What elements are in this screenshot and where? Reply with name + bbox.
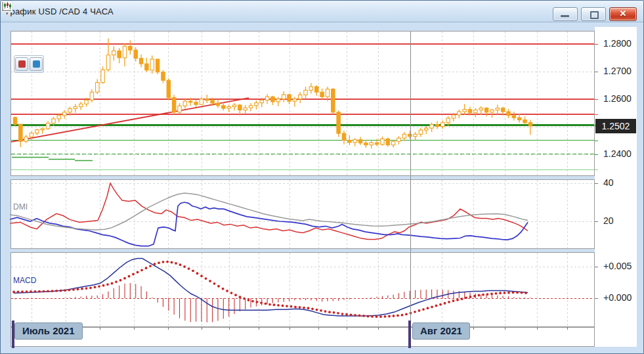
macd-signal-dot (222, 288, 225, 290)
candle (96, 83, 99, 93)
candle (293, 99, 296, 101)
macd-signal-dot (414, 311, 416, 313)
macd-signal-dot (495, 292, 498, 295)
candle (41, 129, 44, 130)
candle (178, 106, 181, 112)
macd-signal-dot (171, 261, 173, 264)
candle (326, 89, 329, 97)
candle (255, 103, 258, 106)
macd-signal-dot (401, 314, 404, 317)
macd-signal-dot (499, 292, 502, 294)
macd-signal-dot (482, 294, 484, 296)
macd-signal-dot (345, 313, 348, 316)
macd-signal-dot (376, 315, 378, 318)
candle (238, 105, 242, 110)
candle (129, 46, 132, 50)
candle (244, 108, 247, 110)
macd-signal-dot (55, 290, 58, 292)
macd-axis-label: +0.005 (603, 261, 632, 271)
candle (282, 95, 285, 99)
macd-signal-dot (504, 292, 506, 294)
macd-signal-dot (94, 286, 97, 288)
macd-signal-dot (196, 272, 199, 275)
macd-signal-dot (111, 282, 114, 284)
candle (446, 118, 450, 123)
restore-button[interactable] (581, 7, 606, 21)
candle (358, 140, 362, 143)
macd-signal-dot (521, 292, 523, 294)
macd-signal-dot (427, 307, 429, 309)
macd-signal-dot (158, 261, 160, 264)
candle (74, 106, 77, 108)
macd-signal-dot (137, 271, 139, 274)
candle (112, 51, 116, 55)
macd-signal-dot (17, 290, 20, 293)
candle (52, 119, 55, 123)
macd-signal-dot (324, 310, 327, 313)
macd-signal-dot (354, 314, 356, 317)
macd-signal-dot (290, 305, 293, 308)
month-marker-bar (408, 321, 411, 348)
macd-signal-dot (478, 294, 481, 297)
title-bar[interactable]: График USD /CAD 4 ЧАСА ✕ (1, 1, 643, 22)
macd-signal-dot (183, 265, 186, 268)
macd-signal-dot (89, 286, 92, 289)
macd-signal-dot (81, 288, 83, 290)
macd-signal-dot (512, 291, 515, 294)
macd-signal-dot (30, 290, 32, 293)
red-series-button[interactable] (15, 57, 28, 71)
chart-canvas[interactable] (1, 22, 644, 354)
macd-signal-dot (418, 309, 421, 312)
candle (288, 95, 291, 101)
macd-signal-dot (38, 290, 41, 293)
candle (507, 112, 510, 116)
application-window: График USD /CAD 4 ЧАСА ✕ DMI MACD Июль 2… (0, 0, 644, 354)
candle (68, 108, 72, 112)
candle (62, 112, 66, 116)
blue-series-button[interactable] (30, 57, 43, 71)
macd-signal-dot (34, 290, 37, 293)
macd-signal-dot (268, 303, 271, 306)
macd-signal-dot (444, 302, 446, 305)
candle (309, 87, 312, 90)
candle (528, 123, 532, 126)
macd-signal-dot (200, 275, 203, 277)
candle (150, 59, 154, 70)
macd-signal-dot (47, 290, 49, 292)
macd-signal-dot (397, 315, 399, 317)
macd-signal-dot (115, 280, 118, 283)
candle (161, 72, 165, 81)
macd-signal-dot (123, 277, 126, 280)
macd-signal-dot (217, 285, 220, 288)
price-axis-label: 1.2700 (603, 66, 632, 76)
macd-signal-dot (162, 261, 165, 263)
macd-signal-dot (435, 305, 438, 307)
macd-signal-dot (68, 289, 71, 292)
window-title: График USD /CAD 4 ЧАСА (6, 7, 114, 16)
candle (299, 95, 302, 99)
candle (260, 100, 263, 102)
candle (512, 116, 515, 118)
macd-signal-dot (102, 284, 105, 287)
macd-signal-dot (299, 306, 301, 309)
candle (19, 124, 22, 141)
candle (249, 106, 252, 108)
macd-signal-dot (388, 315, 391, 318)
macd-signal-dot (234, 294, 237, 296)
macd-signal-dot (106, 283, 109, 286)
candle (183, 101, 186, 106)
macd-signal-dot (51, 290, 54, 292)
candle (57, 116, 60, 119)
candle (30, 133, 33, 137)
macd-signal-dot (251, 300, 254, 303)
dmi-axis-label: 40 (603, 177, 614, 188)
minimize-button[interactable] (553, 7, 578, 21)
candle (430, 125, 433, 128)
candle (397, 138, 400, 141)
candle (523, 120, 526, 123)
close-button[interactable]: ✕ (609, 7, 637, 21)
macd-signal-dot (247, 299, 250, 301)
macd-signal-dot (350, 313, 353, 316)
price-axis-label: 1.2400 (603, 148, 632, 159)
macd-signal-dot (213, 282, 216, 285)
